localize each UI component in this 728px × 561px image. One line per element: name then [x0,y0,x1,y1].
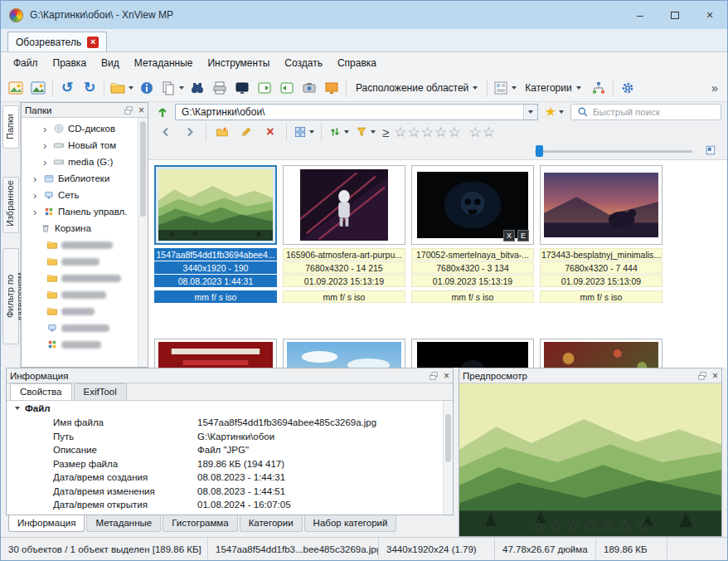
compare-button[interactable] [231,76,253,100]
star-icon[interactable]: ☆ [601,518,615,534]
tree-item-blurred[interactable] [22,237,148,253]
import-button[interactable] [276,76,298,100]
tree-item-blurred[interactable] [22,270,148,286]
tab-category-sets[interactable]: Набор категорий [304,515,397,532]
thumbnail-item[interactable]: 173443-besplatnyj_minimalis... 7680x4320… [540,165,662,303]
float-panel-icon[interactable] [696,370,708,382]
delete-button[interactable]: × [260,120,281,144]
side-tab-folders[interactable]: Папки [2,105,19,149]
open-folder-button[interactable] [108,76,135,100]
export-button[interactable] [254,76,275,100]
info-button[interactable] [136,76,158,100]
tree-item-blurred[interactable] [22,253,148,270]
menu-create[interactable]: Создать [277,54,330,72]
star-icon[interactable]: ☆ [434,125,447,139]
view-mode-button[interactable] [292,120,316,144]
thumb-layout-button[interactable] [491,76,518,100]
menu-help[interactable]: Справка [330,54,384,72]
menu-edit[interactable]: Правка [46,54,95,72]
close-button[interactable]: × [692,1,727,29]
star-icon[interactable]: ☆ [421,125,434,139]
thumbnail-item-partial[interactable] [540,339,662,368]
tree-scrollbar[interactable] [138,118,148,367]
rename-button[interactable] [235,120,257,144]
tree-item-blurred[interactable] [22,320,148,336]
back-button[interactable] [155,120,177,144]
tab-properties[interactable]: Свойства [10,383,72,400]
tab-metadata[interactable]: Метаданные [86,515,161,532]
slideshow-button[interactable] [321,76,342,100]
close-panel-icon[interactable]: × [444,371,449,381]
category-tree-button[interactable] [588,76,609,100]
tree-item-network[interactable]: › Сеть [22,187,148,203]
tree-item-blurred[interactable] [22,303,148,320]
menu-view[interactable]: Вид [94,54,127,72]
tab-categories[interactable]: Категории [240,515,303,532]
up-folder-icon[interactable] [154,104,171,120]
maximize-button[interactable] [658,1,692,29]
rotate-right-button[interactable]: ↻ [79,76,100,100]
preview-rating-stars[interactable]: ☆☆☆☆☆☆☆ [531,518,649,534]
favorites-button[interactable]: ★ [542,105,566,119]
filter-button[interactable] [353,120,377,144]
tree-item-control-panel[interactable]: › Панель управл. [22,203,148,220]
tab-browser[interactable]: Обозреватель × [7,32,107,51]
copy-move-button[interactable] [158,76,186,100]
tree-item-volume[interactable]: › Новый том [22,137,148,154]
forward-button[interactable] [179,120,201,144]
tree-item-recycle-bin[interactable]: Корзина [22,220,148,237]
menu-file[interactable]: Файл [6,54,46,72]
capture-button[interactable] [298,76,320,100]
properties-scrollbar[interactable] [443,401,453,515]
star-icon[interactable]: ☆ [565,518,580,534]
star-icon[interactable]: ☆ [468,125,481,139]
star-icon[interactable]: ☆ [548,518,562,534]
path-dropdown-button[interactable] [523,105,537,120]
categories-button[interactable]: Категории [519,77,586,99]
areas-layout-button[interactable]: Расположение областей [350,77,483,99]
side-tab-category-filter[interactable]: Фильтр по категориям [2,248,19,344]
float-panel-icon[interactable] [428,370,439,382]
toolbar-overflow-button[interactable]: » [711,80,723,95]
print-button[interactable] [209,76,231,100]
close-panel-icon[interactable]: × [712,371,718,381]
thumbnail-item-partial[interactable] [154,339,277,368]
properties-scrollbar-thumb[interactable] [445,414,451,462]
close-panel-icon[interactable]: × [138,105,144,115]
tree-item-blurred[interactable] [22,286,148,303]
label-filter-stars[interactable]: ☆☆ [468,125,495,139]
size-slider-track[interactable] [535,150,692,153]
search-input[interactable] [593,107,701,117]
side-tab-favorites[interactable]: Избранное [2,177,19,233]
browser-button[interactable] [5,76,27,100]
section-file[interactable]: Файл [7,401,453,416]
preview-image[interactable]: ☆☆☆☆☆☆☆ [459,383,721,536]
settings-button[interactable] [617,76,638,100]
tree-item-libraries[interactable]: › Библиотеки [22,170,148,187]
minimize-button[interactable]: – [623,1,658,29]
thumbnail-item-partial[interactable] [411,339,534,368]
sort-button[interactable] [327,120,351,144]
tree-scrollbar-thumb[interactable] [140,121,146,217]
viewer-button[interactable] [27,76,49,100]
menu-metadata[interactable]: Метаданные [127,54,201,72]
tab-close-icon[interactable]: × [87,37,99,48]
star-icon[interactable]: ☆ [619,518,633,534]
star-icon[interactable]: ☆ [483,125,495,139]
quick-search-box[interactable] [570,104,721,120]
thumb-size-icon[interactable] [704,144,717,157]
thumbnail-item-partial[interactable] [283,339,405,368]
star-icon[interactable]: ☆ [636,518,650,534]
thumbnail-item[interactable]: 165906-atmosfera-art-purpu... 7680x4320 … [283,165,405,303]
size-slider-handle[interactable] [536,145,543,157]
star-icon[interactable]: ☆ [583,518,597,534]
rating-operator[interactable]: ≥ [382,125,389,139]
tree-item-blurred[interactable] [22,336,148,353]
tab-exiftool[interactable]: ExifTool [74,383,127,400]
star-icon[interactable]: ☆ [448,125,460,139]
search-button[interactable] [187,76,208,100]
star-icon[interactable]: ☆ [531,518,545,534]
new-folder-button[interactable] [211,120,233,144]
thumbnail-item-selected[interactable]: 1547aa8f54dd1fb3694abee4... 3440x1920 - … [154,165,277,303]
star-icon[interactable]: ☆ [407,125,420,139]
